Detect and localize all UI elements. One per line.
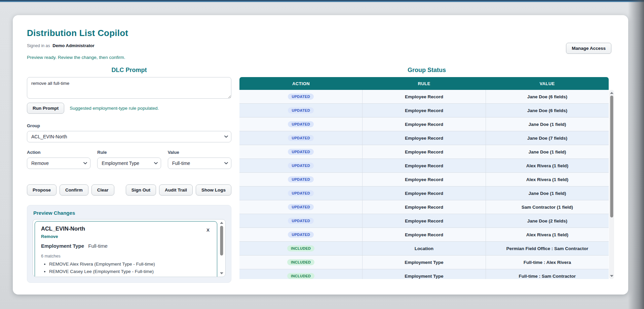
- rule-cell: Employee Record: [362, 159, 485, 172]
- rule-cell: Employee Record: [362, 90, 485, 103]
- signed-in-user: Demo Administrator: [52, 43, 94, 48]
- browser-top-strip: [0, 0, 644, 2]
- preview-group-name: ACL_EVIN-North: [41, 226, 85, 232]
- rule-builder-row: Action Remove Rule Employment T: [27, 150, 231, 169]
- preview-scroll-viewport[interactable]: ACL_EVIN-North X Remove Employment Type …: [33, 219, 226, 277]
- table-row[interactable]: UPDATEDEmployee RecordJane Doe (2 fields…: [239, 214, 609, 228]
- value-cell: Jane Doe (6 fields): [486, 104, 609, 117]
- propose-button[interactable]: Propose: [27, 184, 56, 196]
- action-cell: INCLUDED: [239, 269, 362, 279]
- scroll-up-icon[interactable]: [610, 92, 613, 94]
- value-cell: Jane Doe (1 field): [486, 186, 609, 200]
- table-row[interactable]: UPDATEDEmployee RecordJane Doe (7 fields…: [239, 131, 609, 145]
- group-label: Group: [27, 123, 231, 128]
- table-row[interactable]: UPDATEDEmployee RecordSam Contractor (1 …: [239, 200, 609, 214]
- status-badge: UPDATED: [288, 204, 313, 210]
- confirm-button[interactable]: Confirm: [60, 184, 88, 196]
- table-row[interactable]: INCLUDEDLocationPermian Field Office : S…: [239, 242, 609, 255]
- run-prompt-button[interactable]: Run Prompt: [27, 103, 64, 114]
- page-title: Distribution List Copilot: [27, 15, 614, 38]
- action-cell: UPDATED: [239, 228, 362, 241]
- window-edge-shadow: [628, 0, 644, 309]
- clear-button[interactable]: Clear: [91, 184, 114, 196]
- action-cell: UPDATED: [239, 90, 362, 103]
- status-badge: UPDATED: [288, 232, 313, 238]
- value-cell: Jane Doe (7 fields): [486, 131, 609, 145]
- rule-field: Rule Employment Type: [97, 150, 161, 169]
- value-cell: Alex Rivera (1 field): [486, 228, 609, 241]
- table-row[interactable]: UPDATEDEmployee RecordJane Doe (6 fields…: [239, 90, 609, 104]
- table-row[interactable]: INCLUDEDEmployment TypeFull-time : Alex …: [239, 255, 609, 269]
- audit-trail-button[interactable]: Audit Trail: [159, 184, 193, 196]
- suggestion-helper-text: Suggested employment-type rule populated…: [70, 106, 159, 111]
- table-row[interactable]: UPDATEDEmployee RecordAlex Rivera (1 fie…: [239, 173, 609, 186]
- value-select[interactable]: Full-time: [168, 158, 231, 169]
- action-cell: UPDATED: [239, 214, 362, 228]
- preview-changes-panel: Preview Changes ACL_EVIN-North X Remove …: [27, 205, 231, 283]
- value-cell: Jane Doe (6 fields): [486, 90, 609, 103]
- table-row[interactable]: UPDATEDEmployee RecordAlex Rivera (1 fie…: [239, 228, 609, 242]
- status-badge: UPDATED: [288, 107, 313, 113]
- column-header-value: VALUE: [486, 77, 609, 90]
- sign-out-button[interactable]: Sign Out: [126, 184, 156, 196]
- scrollbar-thumb[interactable]: [220, 226, 223, 255]
- close-icon[interactable]: X: [204, 227, 212, 233]
- table-body[interactable]: UPDATEDEmployee RecordJane Doe (6 fields…: [239, 90, 609, 279]
- status-badge: UPDATED: [288, 218, 313, 224]
- preview-value: Full-time: [88, 243, 108, 249]
- group-select[interactable]: ACL_EVIN-North: [27, 131, 231, 142]
- table-row[interactable]: INCLUDEDEmployment TypeFull-time : Sam C…: [239, 269, 609, 279]
- value-cell: Alex Rivera (1 field): [486, 173, 609, 186]
- rule-cell: Employee Record: [362, 214, 485, 228]
- rule-cell: Employee Record: [362, 131, 485, 145]
- value-cell: Full-time : Alex Rivera: [486, 255, 609, 269]
- group-status-panel: Group Status ACTION RULE VALUE UPDATEDEm…: [239, 67, 614, 283]
- preview-action: Remove: [41, 234, 212, 239]
- rule-cell: Employment Type: [362, 255, 485, 269]
- rule-cell: Employee Record: [362, 228, 485, 241]
- action-cell: UPDATED: [239, 145, 362, 159]
- value-cell: Jane Doe (1 field): [486, 145, 609, 159]
- signed-in-row: Signed in as Demo Administrator: [27, 43, 614, 48]
- value-cell: Jane Doe (1 field): [486, 117, 609, 131]
- rule-cell: Employment Type: [362, 269, 485, 279]
- preview-change-card: ACL_EVIN-North X Remove Employment Type …: [35, 221, 217, 277]
- rule-cell: Employee Record: [362, 104, 485, 117]
- rule-cell: Employee Record: [362, 200, 485, 214]
- preview-item: REMOVE Alex Rivera (Employment Type - Fu…: [49, 262, 212, 267]
- value-cell: Jane Doe (2 fields): [486, 214, 609, 228]
- status-badge: UPDATED: [288, 149, 313, 155]
- show-logs-button[interactable]: Show Logs: [196, 184, 231, 196]
- scroll-down-icon[interactable]: [610, 275, 613, 277]
- preview-rule-line: Employment Type Full-time: [41, 243, 212, 249]
- action-select[interactable]: Remove: [27, 158, 90, 169]
- group-status-heading: Group Status: [239, 67, 614, 74]
- preview-item: REMOVE Casey Lee (Employment Type - Full…: [49, 269, 212, 274]
- scroll-up-icon[interactable]: [220, 222, 223, 224]
- prompt-input[interactable]: remove all full-time: [27, 77, 231, 99]
- table-row[interactable]: UPDATEDEmployee RecordJane Doe (1 field): [239, 117, 609, 131]
- table-scrollbar[interactable]: [609, 90, 614, 279]
- table-row[interactable]: UPDATEDEmployee RecordJane Doe (1 field): [239, 145, 609, 159]
- table-row[interactable]: UPDATEDEmployee RecordJane Doe (1 field): [239, 186, 609, 200]
- manage-access-button[interactable]: Manage Access: [566, 43, 611, 54]
- table-header-row: ACTION RULE VALUE: [239, 77, 609, 90]
- preview-rule: Employment Type: [41, 243, 84, 249]
- preview-changes-heading: Preview Changes: [33, 210, 226, 216]
- value-cell: Alex Rivera (1 field): [486, 159, 609, 172]
- preview-scrollbar[interactable]: [219, 221, 224, 275]
- run-row: Run Prompt Suggested employment-type rul…: [27, 103, 231, 114]
- value-label: Value: [168, 150, 231, 155]
- table-row[interactable]: UPDATEDEmployee RecordJane Doe (6 fields…: [239, 104, 609, 117]
- table-row[interactable]: UPDATEDEmployee RecordAlex Rivera (1 fie…: [239, 159, 609, 173]
- scrollbar-thumb[interactable]: [610, 96, 613, 217]
- status-badge: UPDATED: [288, 190, 313, 196]
- rule-select[interactable]: Employment Type: [97, 158, 161, 169]
- scroll-down-icon[interactable]: [220, 272, 223, 274]
- action-cell: INCLUDED: [239, 242, 362, 255]
- status-badge: INCLUDED: [287, 259, 314, 265]
- action-buttons-row: Propose Confirm Clear Sign Out Audit Tra…: [27, 184, 231, 196]
- status-badge: UPDATED: [288, 94, 313, 100]
- status-badge: UPDATED: [288, 121, 313, 127]
- column-header-action: ACTION: [239, 77, 363, 90]
